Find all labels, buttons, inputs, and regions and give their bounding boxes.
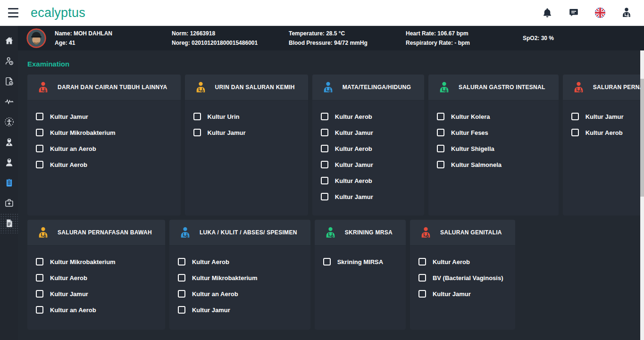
checkbox[interactable] — [437, 161, 444, 168]
category-card-body: Kultur Mikrobakterium Kultur Aerob Kultu… — [27, 246, 165, 322]
test-option[interactable]: Kultur an Aerob — [178, 290, 302, 298]
test-option[interactable]: Kultur Jamur — [193, 128, 300, 137]
category-card: SALURAN GENITALIA Kultur Aerob BV (Bacte… — [410, 220, 515, 330]
checkbox[interactable] — [36, 113, 43, 120]
sidebar-item-medical-kit[interactable] — [0, 193, 18, 213]
sidebar-item-nurse[interactable] — [0, 132, 18, 152]
test-option-label: Kultur Mikrobakterium — [192, 274, 258, 282]
patient-avatar[interactable] — [26, 28, 46, 48]
test-option[interactable]: Kultur an Aerob — [36, 144, 172, 153]
test-option[interactable]: Kultur Aerob — [36, 274, 157, 282]
checkbox[interactable] — [36, 129, 43, 136]
sidebar-item-examination-clipboard[interactable] — [0, 173, 18, 193]
test-option[interactable]: Kultur Shigella — [437, 144, 550, 153]
test-option-label: Kultur Aerob — [335, 113, 372, 120]
test-option[interactable]: Kultur Jamur — [321, 128, 416, 137]
test-option[interactable]: Kultur Jamur — [321, 192, 416, 201]
page-scrollbar[interactable] — [640, 50, 644, 340]
category-card-body: Kultur Aerob BV (Bacterial Vaginosis) Ku… — [410, 246, 515, 306]
checkbox[interactable] — [36, 258, 43, 265]
sidebar-item-report-document[interactable] — [0, 213, 18, 233]
checkbox[interactable] — [418, 290, 426, 298]
test-option[interactable]: Kultur Kolera — [437, 112, 550, 121]
test-option[interactable]: Kultur Aerob — [36, 160, 172, 169]
test-option[interactable]: Kultur an Aerob — [36, 306, 157, 314]
checkbox[interactable] — [36, 306, 43, 314]
menu-hamburger-icon[interactable] — [8, 8, 20, 17]
test-option[interactable]: Skrining MIRSA — [323, 257, 397, 266]
language-flag-uk-icon[interactable] — [594, 7, 606, 19]
category-title: URIN DAN SALURAN KEMIH — [215, 84, 295, 91]
test-option[interactable]: Kultur Feses — [437, 128, 550, 137]
checkbox[interactable] — [437, 145, 444, 152]
checkbox[interactable] — [36, 290, 43, 298]
doctor-icon — [37, 226, 50, 239]
checkbox[interactable] — [321, 193, 328, 200]
sidebar-item-vitals-pulse[interactable] — [0, 91, 18, 112]
test-option[interactable]: Kultur Aerob — [418, 257, 507, 266]
test-option-label: Kultur Jamur — [335, 129, 373, 136]
test-option[interactable]: Kultur Mikrobakterium — [178, 274, 302, 282]
checkbox[interactable] — [418, 258, 426, 265]
patient-name: Name: MOH DAHLAN — [55, 29, 172, 38]
checkbox[interactable] — [321, 145, 328, 152]
patient-temp-bp: Temperature: 28.5 °C Blood Pressure: 94/… — [289, 29, 406, 48]
checkbox[interactable] — [437, 129, 444, 136]
checkbox[interactable] — [36, 161, 43, 168]
test-option-label: Kultur Aerob — [335, 145, 372, 152]
test-option[interactable]: Kultur Jamur — [321, 160, 416, 169]
patient-age: Age: 41 — [55, 38, 172, 48]
checkbox[interactable] — [178, 258, 185, 265]
test-option[interactable]: Kultur Mikrobakterium — [36, 128, 172, 137]
test-option[interactable]: Kultur Salmonela — [437, 160, 550, 169]
sidebar-item-body-accessibility[interactable] — [0, 112, 18, 132]
patient-noreg: Noreg: 020101201800015486001 — [172, 38, 289, 48]
checkbox[interactable] — [418, 274, 426, 282]
test-option-label: Kultur Aerob — [192, 258, 229, 265]
test-option[interactable]: Kultur Jamur — [36, 290, 157, 298]
sidebar-item-patient-history[interactable] — [0, 51, 18, 71]
sidebar-item-document-check[interactable] — [0, 71, 18, 91]
checkbox[interactable] — [571, 113, 579, 120]
test-option[interactable]: Kultur Aerob — [321, 144, 416, 153]
page-scrollbar-thumb[interactable] — [640, 79, 644, 197]
test-option[interactable]: Kultur Jamur — [36, 112, 172, 121]
checkbox[interactable] — [178, 290, 185, 298]
test-option[interactable]: Kultur Aerob — [178, 257, 302, 266]
test-option[interactable]: Kultur Jamur — [571, 112, 644, 121]
checkbox[interactable] — [323, 258, 331, 265]
test-option[interactable]: BV (Bacterial Vaginosis) — [418, 274, 507, 282]
checkbox[interactable] — [193, 113, 201, 120]
patient-heart-rate: Heart Rate: 106.67 bpm — [406, 29, 523, 38]
test-option[interactable]: Kultur Mikrobakterium — [36, 257, 157, 266]
checkbox[interactable] — [178, 306, 185, 314]
sidebar-item-nurse-2[interactable] — [0, 152, 18, 173]
profile-doctor-icon[interactable] — [620, 7, 633, 19]
checkbox[interactable] — [36, 145, 43, 152]
checkbox[interactable] — [321, 161, 328, 168]
test-option[interactable]: Kultur Urin — [193, 112, 300, 121]
test-option-label: Kultur Jamur — [192, 307, 230, 314]
test-option-label: Kultur Aerob — [50, 161, 87, 168]
notifications-bell-icon[interactable] — [541, 7, 553, 19]
test-option[interactable]: Kultur Aerob — [321, 176, 416, 185]
test-option[interactable]: Kultur Jamur — [418, 290, 507, 298]
checkbox[interactable] — [437, 113, 444, 120]
patient-respiratory-rate: Respiratory Rate: - bpm — [406, 38, 523, 48]
checkbox[interactable] — [321, 177, 328, 184]
checkbox[interactable] — [321, 129, 328, 136]
test-option[interactable]: Kultur Jamur — [178, 306, 302, 314]
checkbox[interactable] — [571, 129, 579, 136]
checkbox[interactable] — [36, 274, 43, 282]
category-card: LUKA / KULIT / ABSES/ SPESIMEN Kultur Ae… — [169, 220, 310, 330]
patient-info-bar: Name: MOH DAHLAN Age: 41 Norm: 12663918 … — [18, 26, 644, 50]
checkbox[interactable] — [193, 129, 201, 136]
test-option[interactable]: Kultur Aerob — [321, 112, 416, 121]
checkbox[interactable] — [178, 274, 185, 282]
category-card-body: Kultur Urin Kultur Jamur — [185, 100, 308, 144]
test-option[interactable]: Kultur Aerob — [571, 128, 644, 137]
messages-chat-icon[interactable] — [568, 7, 580, 19]
sidebar-item-home[interactable] — [0, 31, 18, 51]
checkbox[interactable] — [321, 113, 328, 120]
test-option-label: Kultur Aerob — [335, 177, 372, 184]
